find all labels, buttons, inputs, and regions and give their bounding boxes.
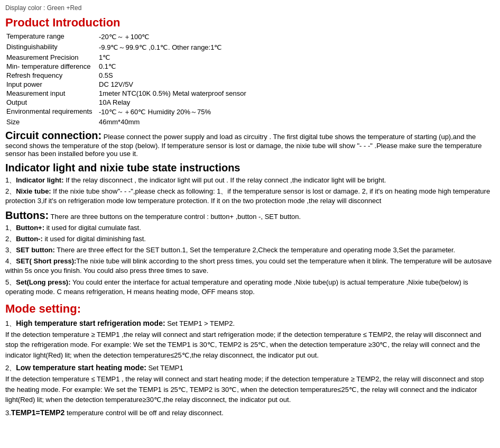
circuit-connection-section: Circuit connection: Please connect the p…	[5, 130, 495, 158]
button-text: it used for digital cumulate fast.	[44, 224, 141, 232]
spec-table: Temperature range-20℃～＋100℃Distinguishab…	[5, 32, 495, 126]
spec-label: Input power	[5, 80, 98, 89]
indicator-list: 1、Indicator light: If the relay disconne…	[5, 176, 495, 206]
spec-label: Environmental requirements	[5, 107, 98, 117]
buttons-section: Buttons: There are three buttons on the …	[5, 209, 495, 222]
spec-row: Distinguishability-9.9℃～99.9℃ ,0.1℃. Oth…	[5, 42, 495, 53]
spec-value: 1meter NTC(10K 0.5%) Metal waterproof se…	[98, 89, 495, 98]
mode-num: 1、	[5, 319, 16, 327]
button-item: 2、Button-: it used for digital diminishi…	[5, 234, 495, 244]
button-num: 3、	[5, 246, 16, 254]
button-item: 5、Set(Long press): You could enter the i…	[5, 278, 495, 297]
spec-label: Measurement Precision	[5, 53, 98, 62]
spec-value: 10A Relay	[98, 98, 495, 107]
mode-item: 2、Low temperature start heating mode: Se…	[5, 363, 495, 405]
indicator-text: If the nixie tube show"- - -",please che…	[5, 187, 490, 205]
button-text: The nixie tube will blink according to t…	[5, 257, 492, 275]
circuit-connection-bold: Circuit connection:	[5, 130, 101, 141]
button-bold: SET button:	[16, 246, 55, 254]
indicator-bold: Nixie tube:	[16, 187, 51, 195]
product-intro-title: Product Introduction	[5, 16, 495, 30]
mode-para: If the detection temperature ≥ TEMP1 ,th…	[5, 330, 495, 361]
spec-row: Measurement input1meter NTC(10K 0.5%) Me…	[5, 89, 495, 98]
mode-bold: High temperature start refrigeration mod…	[16, 319, 165, 327]
spec-value: 0.5S	[98, 71, 495, 80]
mode-subtitle: temperature control will be off and rela…	[64, 409, 223, 417]
button-num: 4、	[5, 257, 16, 265]
mode-num: 2、	[5, 364, 16, 372]
indicator-bold: Indicator light:	[16, 176, 63, 184]
button-num: 1、	[5, 224, 16, 232]
button-num: 2、	[5, 235, 16, 243]
button-item: 1、Button+: it used for digital cumulate …	[5, 223, 495, 233]
mode-para: If the detection temperature ≤ TEMP1 , t…	[5, 374, 495, 405]
spec-label: Distinguishability	[5, 42, 98, 53]
spec-row: Refresh frequency0.5S	[5, 71, 495, 80]
indicator-num: 1、	[5, 176, 16, 184]
mode-item-title: 3.TEMP1=TEMP2 temperature control will b…	[5, 408, 495, 417]
button-item: 4、SET( Short press):The nixie tube will …	[5, 257, 495, 276]
indicator-num: 2、	[5, 187, 16, 195]
mode-bold: Low temperature start heating mode:	[16, 363, 146, 372]
spec-value: -10℃～＋60℃ Humidity 20%～75%	[98, 107, 495, 117]
button-text: You could enter the interface for actual…	[5, 278, 468, 296]
spec-row: Size46mm*40mm	[5, 117, 495, 126]
indicator-title: Indicator light and nixie tube state ins…	[5, 162, 495, 174]
mode-subtitle: Set TEMP1 > TEMP2.	[165, 319, 235, 327]
spec-label: Output	[5, 98, 98, 107]
button-bold: Button+:	[16, 224, 44, 232]
spec-row: Input powerDC 12V/5V	[5, 80, 495, 89]
spec-value: 1℃	[98, 53, 495, 62]
spec-label: Size	[5, 117, 98, 126]
button-text: it used for digital diminishing fast.	[43, 235, 146, 243]
indicator-text: If the relay disconnect , the indicator …	[64, 176, 386, 184]
spec-row: Measurement Precision1℃	[5, 53, 495, 62]
spec-row: Environmental requirements-10℃～＋60℃ Humi…	[5, 107, 495, 117]
spec-value: -20℃～＋100℃	[98, 32, 495, 42]
button-bold: SET( Short press):	[16, 257, 76, 265]
spec-label: Refresh frequency	[5, 71, 98, 80]
mode-setting-title: Mode setting:	[5, 302, 495, 316]
mode-subtitle: Set TEMP1	[146, 364, 183, 372]
mode-item-title: 1、High temperature start refrigeration m…	[5, 319, 495, 328]
spec-value: 0.1℃	[98, 62, 495, 71]
display-color-label: Display color : Green +Red	[5, 4, 495, 12]
button-list: 1、Button+: it used for digital cumulate …	[5, 223, 495, 297]
button-bold: Button-:	[16, 235, 43, 243]
spec-value: 46mm*40mm	[98, 117, 495, 126]
spec-row: Temperature range-20℃～＋100℃	[5, 32, 495, 42]
button-num: 5、	[5, 278, 16, 286]
buttons-text: There are three buttons on the temperatu…	[51, 213, 301, 221]
spec-label: Measurement input	[5, 89, 98, 98]
buttons-bold: Buttons:	[5, 209, 49, 221]
mode-item: 3.TEMP1=TEMP2 temperature control will b…	[5, 408, 495, 417]
indicator-item: 2、Nixie tube: If the nixie tube show"- -…	[5, 187, 495, 206]
indicator-item: 1、Indicator light: If the relay disconne…	[5, 176, 495, 185]
button-item: 3、SET button: There are three effect for…	[5, 245, 495, 255]
mode-bold: TEMP1=TEMP2	[11, 408, 65, 417]
spec-value: -9.9℃～99.9℃ ,0.1℃. Other range:1℃	[98, 42, 495, 53]
spec-row: Output10A Relay	[5, 98, 495, 107]
mode-list: 1、High temperature start refrigeration m…	[5, 319, 495, 417]
spec-value: DC 12V/5V	[98, 80, 495, 89]
mode-num: 3.	[5, 409, 11, 417]
mode-item-title: 2、Low temperature start heating mode: Se…	[5, 363, 495, 373]
button-bold: Set(Long press):	[16, 278, 70, 286]
spec-row: Min- temperature difference0.1℃	[5, 62, 495, 71]
spec-label: Min- temperature difference	[5, 62, 98, 71]
mode-item: 1、High temperature start refrigeration m…	[5, 319, 495, 361]
button-text: There are three effect for the SET butto…	[55, 246, 455, 254]
spec-label: Temperature range	[5, 32, 98, 42]
